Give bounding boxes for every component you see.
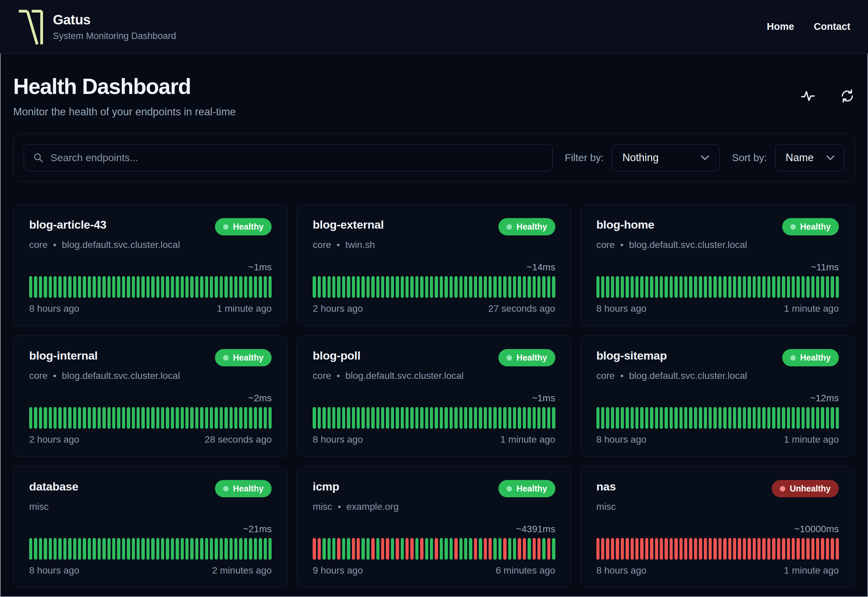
uptime-bar-success[interactable] [249,538,252,560]
uptime-bar-success[interactable] [772,407,775,429]
uptime-bar-success[interactable] [410,276,413,298]
uptime-bar-success[interactable] [224,538,228,560]
uptime-bar-success[interactable] [694,276,697,298]
uptime-bar-success[interactable] [141,407,144,429]
uptime-bar-success[interactable] [738,407,741,429]
uptime-bar-failure[interactable] [406,538,409,560]
uptime-bar-success[interactable] [29,538,32,560]
uptime-bar-success[interactable] [332,538,335,560]
uptime-bar-success[interactable] [215,538,218,560]
uptime-bar-success[interactable] [332,407,335,429]
uptime-bar-success[interactable] [318,407,321,429]
uptime-bar-success[interactable] [220,538,223,560]
uptime-bar-success[interactable] [112,276,115,298]
uptime-bar-success[interactable] [327,276,330,298]
uptime-bar-success[interactable] [234,407,237,429]
uptime-bar-success[interactable] [723,407,726,429]
uptime-bar-success[interactable] [391,538,394,560]
uptime-bar-failure[interactable] [670,538,673,560]
uptime-bar-success[interactable] [64,407,67,429]
uptime-bar-failure[interactable] [743,538,746,560]
uptime-bar-success[interactable] [234,276,237,298]
uptime-bar-success[interactable] [386,407,389,429]
uptime-bar-success[interactable] [699,407,702,429]
uptime-bar-success[interactable] [327,407,330,429]
uptime-bar-success[interactable] [210,407,213,429]
uptime-bar-success[interactable] [190,276,193,298]
uptime-bar-success[interactable] [156,407,159,429]
uptime-bar-failure[interactable] [547,538,550,560]
uptime-bar-success[interactable] [244,538,247,560]
uptime-bar-success[interactable] [171,538,174,560]
uptime-bar-success[interactable] [787,276,790,298]
uptime-bar-success[interactable] [680,407,683,429]
uptime-bar-success[interactable] [147,276,150,298]
uptime-bar-success[interactable] [64,538,67,560]
uptime-bar-success[interactable] [239,538,242,560]
uptime-bar-failure[interactable] [665,538,668,560]
uptime-bar-success[interactable] [611,407,614,429]
uptime-bar-success[interactable] [259,538,262,560]
uptime-bar-success[interactable] [493,407,496,429]
uptime-bar-success[interactable] [108,538,111,560]
uptime-bar-success[interactable] [239,276,242,298]
uptime-bar-failure[interactable] [713,538,717,560]
uptime-bar-success[interactable] [797,407,800,429]
uptime-bar-success[interactable] [621,276,624,298]
uptime-bar-success[interactable] [108,276,111,298]
uptime-bar-success[interactable] [132,407,135,429]
uptime-bar-success[interactable] [249,407,252,429]
uptime-bar-success[interactable] [489,276,492,298]
uptime-bar-success[interactable] [254,538,257,560]
uptime-bar-success[interactable] [357,276,360,298]
endpoint-card[interactable]: nas Unhealthy misc • ~10000ms 8 hours ag… [581,466,855,588]
uptime-bar-success[interactable] [670,407,673,429]
uptime-bar-success[interactable] [493,276,496,298]
sort-select[interactable]: Name [775,144,844,171]
uptime-bar-success[interactable] [812,407,815,429]
uptime-bar-success[interactable] [127,538,130,560]
uptime-bar-failure[interactable] [616,538,619,560]
uptime-bar-success[interactable] [181,407,184,429]
uptime-bar-failure[interactable] [723,538,726,560]
uptime-bar-success[interactable] [220,276,223,298]
uptime-bar-success[interactable] [533,407,536,429]
uptime-bar-success[interactable] [625,407,629,429]
uptime-bar-success[interactable] [484,276,487,298]
uptime-bar-success[interactable] [200,407,203,429]
uptime-bar-success[interactable] [459,276,462,298]
uptime-bar-failure[interactable] [836,538,839,560]
uptime-bar-success[interactable] [151,407,154,429]
uptime-bar-success[interactable] [244,407,247,429]
uptime-bar-success[interactable] [718,276,721,298]
uptime-bar-success[interactable] [674,407,677,429]
uptime-bar-success[interactable] [718,407,721,429]
uptime-bar-failure[interactable] [631,538,634,560]
uptime-bar-success[interactable] [631,276,634,298]
uptime-bar-success[interactable] [234,538,237,560]
uptime-bar-success[interactable] [68,407,71,429]
uptime-bar-success[interactable] [112,538,115,560]
uptime-bar-success[interactable] [401,538,404,560]
uptime-bar-success[interactable] [836,276,839,298]
uptime-bar-success[interactable] [401,407,404,429]
uptime-bar-failure[interactable] [831,538,834,560]
uptime-bar-failure[interactable] [812,538,815,560]
uptime-bar-failure[interactable] [680,538,683,560]
uptime-bar-success[interactable] [723,276,726,298]
uptime-bar-success[interactable] [132,538,135,560]
uptime-bar-failure[interactable] [787,538,790,560]
uptime-bar-failure[interactable] [797,538,800,560]
uptime-bar-success[interactable] [166,407,169,429]
uptime-bar-success[interactable] [831,407,834,429]
uptime-bar-success[interactable] [513,407,516,429]
uptime-bar-success[interactable] [44,276,47,298]
uptime-bar-success[interactable] [185,276,188,298]
uptime-bar-success[interactable] [606,407,609,429]
uptime-bar-success[interactable] [631,407,634,429]
uptime-bar-success[interactable] [787,407,790,429]
uptime-bar-success[interactable] [122,407,125,429]
uptime-bar-failure[interactable] [503,538,506,560]
uptime-bar-success[interactable] [430,276,433,298]
uptime-bar-failure[interactable] [801,538,804,560]
